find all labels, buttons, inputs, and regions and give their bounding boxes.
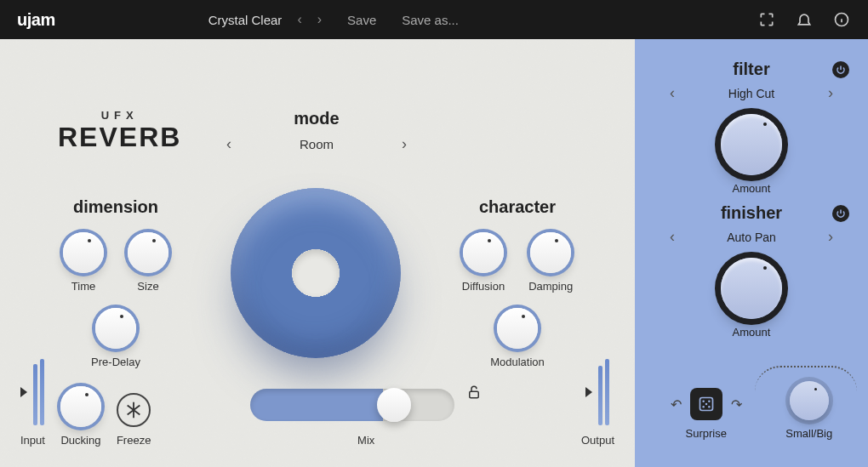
output-meter-r xyxy=(605,359,609,425)
mode-prev-icon[interactable]: ‹ xyxy=(223,135,235,153)
freeze-label: Freeze xyxy=(117,434,151,447)
svg-point-3 xyxy=(702,400,705,402)
filter-amount-knob[interactable] xyxy=(721,114,782,175)
input-label: Input xyxy=(20,434,45,447)
time-label: Time xyxy=(71,280,95,293)
svg-point-4 xyxy=(708,400,711,402)
finisher-amount-label: Amount xyxy=(733,326,771,339)
brand-block: UFX REVERB xyxy=(58,109,181,153)
input-meter-l xyxy=(33,364,37,425)
preset-name[interactable]: Crystal Clear xyxy=(208,13,283,27)
filter-title: filter xyxy=(733,60,769,79)
mix-handle[interactable] xyxy=(377,388,411,422)
freeze-button[interactable] xyxy=(117,393,151,427)
filter-prev-icon[interactable]: ‹ xyxy=(666,84,678,102)
svg-point-6 xyxy=(702,406,705,408)
logo: ujam xyxy=(17,10,55,30)
filter-power-button[interactable] xyxy=(832,61,849,78)
main-panel: UFX REVERB mode ‹ Room › dimension Time xyxy=(0,39,635,467)
ducking-label: Ducking xyxy=(60,434,100,447)
finisher-next-icon[interactable]: › xyxy=(825,228,837,246)
brand-reverb: REVERB xyxy=(58,122,181,153)
filter-amount-label: Amount xyxy=(733,182,771,195)
diffusion-knob[interactable] xyxy=(463,232,504,273)
size-knob[interactable] xyxy=(128,232,168,273)
filter-value[interactable]: High Cut xyxy=(728,87,774,100)
brand-ufx: UFX xyxy=(58,109,181,122)
finisher-prev-icon[interactable]: ‹ xyxy=(666,228,678,246)
mix-label: Mix xyxy=(357,434,374,447)
svg-point-5 xyxy=(705,403,708,406)
side-panel: filter ‹ High Cut › Amount finisher xyxy=(635,39,868,467)
svg-rect-1 xyxy=(470,391,479,398)
mode-title: mode xyxy=(223,109,410,128)
undo-icon[interactable]: ↶ xyxy=(671,396,682,413)
small-big-label: Small/Big xyxy=(785,427,832,440)
surprise-button[interactable] xyxy=(690,388,722,420)
finisher-amount-knob[interactable] xyxy=(721,258,782,319)
mix-slider[interactable] xyxy=(250,389,454,421)
time-knob[interactable] xyxy=(63,232,104,273)
modulation-knob[interactable] xyxy=(497,308,538,349)
redo-icon[interactable]: ↷ xyxy=(731,396,742,413)
preset-next-icon[interactable]: › xyxy=(317,12,322,27)
output-meter-l xyxy=(598,366,602,425)
filter-next-icon[interactable]: › xyxy=(825,84,837,102)
character-title: character xyxy=(451,197,584,217)
mode-next-icon[interactable]: › xyxy=(398,135,410,153)
small-big-knob[interactable] xyxy=(790,381,829,420)
damping-knob[interactable] xyxy=(530,232,571,273)
fullscreen-icon[interactable] xyxy=(757,10,776,29)
save-button[interactable]: Save xyxy=(347,13,376,27)
top-bar: ujam Crystal Clear ‹ › Save Save as... xyxy=(0,0,868,39)
damping-label: Damping xyxy=(528,280,573,293)
info-icon[interactable] xyxy=(832,10,851,29)
diffusion-label: Diffusion xyxy=(462,280,505,293)
input-play-icon[interactable] xyxy=(20,387,27,397)
ducking-knob[interactable] xyxy=(60,386,101,427)
finisher-power-button[interactable] xyxy=(832,205,849,222)
predelay-knob[interactable] xyxy=(95,308,136,349)
dimension-title: dimension xyxy=(49,197,182,217)
output-label: Output xyxy=(581,434,614,447)
surprise-label: Surprise xyxy=(686,427,727,440)
lock-icon[interactable] xyxy=(466,384,482,405)
finisher-value[interactable]: Auto Pan xyxy=(727,231,776,244)
output-play-icon[interactable] xyxy=(585,387,592,397)
preset-prev-icon[interactable]: ‹ xyxy=(297,12,301,27)
svg-point-7 xyxy=(708,406,711,408)
mode-value[interactable]: Room xyxy=(300,137,334,151)
finisher-title: finisher xyxy=(721,203,782,223)
size-label: Size xyxy=(137,280,158,293)
input-meter-r xyxy=(40,359,44,425)
bell-icon[interactable] xyxy=(795,10,814,29)
mode-big-knob[interactable] xyxy=(231,188,401,358)
save-as-button[interactable]: Save as... xyxy=(402,13,459,27)
